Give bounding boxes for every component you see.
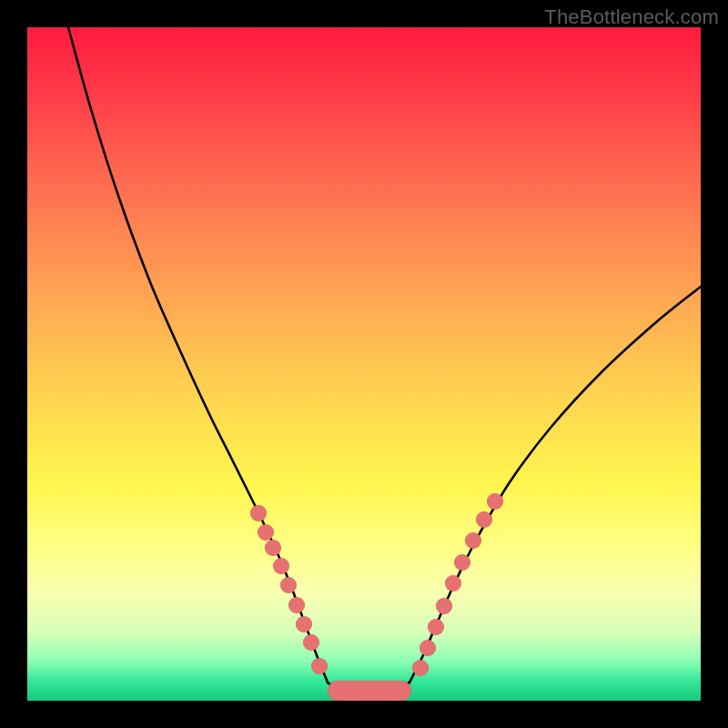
data-marker <box>487 493 503 510</box>
data-marker <box>288 597 305 613</box>
data-marker <box>412 660 429 676</box>
data-marker <box>311 658 328 674</box>
chart-plot-area <box>27 27 701 701</box>
data-marker <box>273 558 289 574</box>
data-marker <box>250 505 267 521</box>
markers-right <box>412 493 503 676</box>
watermark-text: TheBottleneck.com <box>544 5 719 29</box>
data-marker <box>454 554 470 571</box>
chart-svg <box>27 27 701 701</box>
data-marker <box>296 616 312 632</box>
data-marker <box>428 619 444 635</box>
data-marker <box>436 598 452 614</box>
data-marker <box>258 524 274 541</box>
data-marker <box>476 511 492 528</box>
valley-marker-cluster <box>328 681 411 701</box>
markers-left <box>250 505 328 674</box>
data-marker <box>280 577 297 593</box>
curve-right-branch <box>410 287 701 682</box>
chart-frame: TheBottleneck.com <box>0 0 728 728</box>
data-marker <box>420 640 436 656</box>
data-marker <box>445 575 461 592</box>
data-marker <box>303 634 319 651</box>
data-marker <box>465 532 481 549</box>
data-marker <box>265 540 281 556</box>
